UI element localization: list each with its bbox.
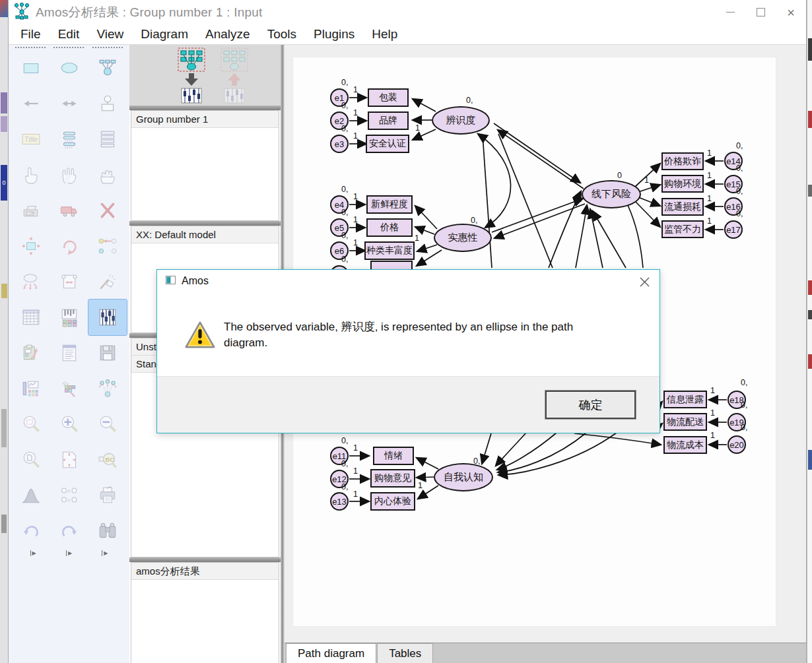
latent-variable-线下风险[interactable]: 线下风险 (582, 180, 641, 208)
background-fragment (808, 450, 812, 470)
drag-properties-icon[interactable] (50, 371, 88, 406)
path-arrow-icon[interactable] (12, 86, 50, 121)
observed-variable-内心体验[interactable]: 内心体验 (370, 492, 415, 511)
draw-ellipse-icon[interactable] (50, 50, 88, 86)
parameter-label: 0 (617, 171, 622, 180)
palette-expander-button[interactable]: ▶ (102, 550, 108, 556)
observed-variable-监管不力[interactable]: 监管不力 (661, 220, 704, 238)
covariance-arrow-icon[interactable] (50, 86, 88, 121)
observed-variable-购物意见[interactable]: 购物意见 (370, 469, 415, 488)
rotate-icon[interactable] (50, 228, 88, 264)
draw-latent-icon[interactable] (88, 50, 127, 86)
menu-plugins[interactable]: Plugins (305, 24, 363, 44)
zoom-page-icon[interactable] (12, 442, 50, 478)
draw-ellipse-icon (59, 58, 79, 78)
menu-file[interactable]: File (12, 24, 50, 44)
scroll-icon (59, 272, 79, 292)
select-all-icon[interactable] (50, 157, 88, 193)
menu-edit[interactable]: Edit (50, 24, 88, 44)
tab-path-diagram[interactable]: Path diagram (286, 643, 376, 663)
object-properties-icon[interactable] (12, 371, 50, 406)
select-one-icon[interactable] (12, 157, 50, 193)
observed-variable-安全认证[interactable]: 安全认证 (366, 135, 409, 153)
ok-button[interactable]: 确定 (545, 390, 636, 420)
latent-variable-自我认知[interactable]: 自我认知 (434, 463, 493, 491)
maximize-button[interactable] (745, 0, 776, 24)
distribution-icon[interactable] (12, 478, 50, 513)
observed-variable-信息泄露[interactable]: 信息泄露 (663, 391, 707, 408)
dialog-close-button[interactable] (638, 276, 650, 288)
multiple-group-icon[interactable]: == (50, 478, 88, 513)
unique-variable-icon[interactable] (88, 86, 127, 121)
palette-expander-button[interactable]: ▶ (66, 550, 72, 556)
tab-tables[interactable]: Tables (377, 643, 433, 663)
touch-up-icon[interactable] (88, 264, 127, 300)
search-icon[interactable] (88, 513, 127, 549)
parameter-label: 0, (341, 78, 348, 87)
calculate-estimates-icon[interactable] (88, 300, 127, 335)
minimize-button[interactable] (715, 0, 745, 24)
zoom-out-icon[interactable] (88, 406, 127, 442)
file-list-item[interactable]: amos分析结果 (131, 563, 279, 580)
preserve-symmetries-icon[interactable] (88, 371, 127, 406)
observed-variable-价格[interactable]: 价格 (366, 218, 413, 237)
observed-variable-物流成本[interactable]: 物流成本 (663, 436, 707, 454)
observed-variable-包装[interactable]: 包装 (368, 88, 409, 107)
model-list-item[interactable]: XX: Default model (131, 226, 279, 243)
observed-variable-新鲜程度[interactable]: 新鲜程度 (366, 195, 413, 214)
data-files-icon[interactable] (12, 300, 50, 335)
erase-icon[interactable] (88, 193, 127, 228)
all-variables-icon[interactable] (88, 121, 127, 157)
parameter-label: 0, (341, 101, 348, 110)
observed-variable-品牌[interactable]: 品牌 (368, 111, 409, 130)
observed-variable-种类丰富度[interactable]: 种类丰富度 (364, 241, 415, 260)
menu-help[interactable]: Help (363, 24, 406, 44)
zoom-in-icon[interactable] (50, 406, 88, 442)
move-icon[interactable] (50, 193, 88, 228)
drag-properties-icon (59, 379, 79, 398)
reflect-icon[interactable] (88, 228, 127, 264)
parameter-label: 1 (353, 238, 358, 247)
deselect-all-icon[interactable] (88, 157, 127, 193)
draw-rectangle-icon[interactable] (12, 50, 50, 86)
fit-page-icon[interactable] (50, 442, 88, 478)
scroll-icon[interactable] (50, 264, 88, 300)
view-output-path-diagram-button[interactable] (214, 46, 255, 105)
shape-change-icon[interactable] (12, 228, 50, 264)
bayesian-icon[interactable]: BC (88, 442, 127, 478)
latent-variable-辨识度[interactable]: 辨识度 (432, 106, 490, 135)
error-term-e20[interactable]: e20 (727, 435, 746, 454)
move-parameter-icon[interactable] (12, 264, 50, 300)
variable-list-icon[interactable] (50, 121, 88, 157)
menu-diagram[interactable]: Diagram (132, 24, 197, 44)
menu-analyze[interactable]: Analyze (197, 24, 259, 44)
menu-tools[interactable]: Tools (259, 24, 305, 44)
clipboard-icon[interactable] (12, 335, 50, 371)
observed-variable-价格欺诈[interactable]: 价格欺诈 (661, 152, 704, 170)
analysis-properties-icon[interactable] (50, 300, 88, 335)
error-term-e3[interactable]: e3 (330, 135, 349, 153)
close-button[interactable]: × (776, 0, 806, 24)
observed-variable-情绪[interactable]: 情绪 (373, 447, 414, 465)
view-input-path-diagram-button[interactable] (171, 46, 212, 105)
zoom-select-icon[interactable] (12, 406, 50, 442)
observed-variable-购物环境[interactable]: 购物环境 (661, 175, 704, 193)
latent-variable-实惠性[interactable]: 实惠性 (434, 224, 492, 252)
redo-icon[interactable] (50, 513, 88, 549)
error-term-e13[interactable]: e13 (330, 492, 349, 511)
print-icon[interactable] (88, 478, 127, 513)
duplicate-icon[interactable]: COPY (12, 193, 50, 228)
title-icon[interactable]: Title (12, 121, 50, 157)
group-list-item[interactable]: Group number 1 (131, 111, 279, 128)
parameter-label: 1 (353, 108, 358, 117)
palette-expander-button[interactable]: ▶ (30, 550, 36, 556)
error-term-e17[interactable]: e17 (724, 220, 743, 239)
save-icon[interactable] (88, 335, 127, 371)
redo-icon (59, 521, 79, 541)
menu-view[interactable]: View (88, 24, 132, 44)
observed-variable-物流配送[interactable]: 物流配送 (663, 413, 707, 431)
observed-variable-流通损耗[interactable]: 流通损耗 (661, 198, 704, 216)
undo-icon[interactable] (12, 513, 50, 549)
text-output-icon[interactable] (50, 335, 88, 371)
svg-text:=: = (67, 497, 70, 503)
